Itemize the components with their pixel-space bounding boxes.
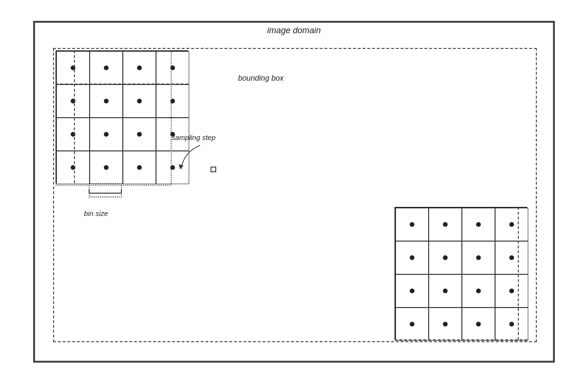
dot (104, 99, 109, 103)
dot (137, 132, 142, 137)
dot (104, 65, 109, 70)
sampling-step-label: sampling step (172, 133, 216, 141)
bin-size-label: bin size (84, 209, 108, 217)
dashed-vert-left (74, 50, 75, 183)
grid-cell (429, 208, 462, 241)
dot (104, 165, 109, 170)
grid-cell (90, 51, 123, 84)
dot (476, 255, 481, 260)
dot (476, 222, 481, 227)
diagram-container: image domain bounding box bin size sampl… (33, 21, 555, 363)
dot (137, 165, 142, 170)
dot (443, 289, 448, 293)
grid-cell (90, 84, 123, 118)
grid-cell (429, 308, 462, 341)
grid-cell (395, 241, 429, 274)
dot (410, 255, 414, 260)
dot (170, 65, 175, 70)
bin-size-dotted-box (89, 183, 122, 197)
grid-cell (495, 308, 528, 341)
grid-cell (462, 208, 495, 241)
grid-cell (462, 241, 495, 274)
grid-cell (395, 308, 429, 341)
grid-cell (123, 118, 156, 151)
grid-cell (56, 51, 90, 84)
grid-cell (156, 51, 189, 84)
grid-cell (495, 208, 528, 241)
dot (410, 289, 414, 293)
grid-cell (495, 241, 528, 274)
dot (137, 65, 142, 70)
bin-size-bracket (89, 193, 122, 194)
grid-cell (123, 151, 156, 184)
image-domain-label: image domain (267, 26, 321, 36)
dot (443, 222, 448, 227)
grid-cell (123, 51, 156, 84)
dot (476, 322, 481, 327)
dot (509, 322, 514, 327)
grid-cell (56, 84, 90, 118)
grid-cell (429, 241, 462, 274)
dot (170, 99, 175, 103)
dot (137, 99, 142, 103)
dot (443, 322, 448, 327)
dashed-horiz-bottom (395, 339, 527, 340)
grid-cell (156, 84, 189, 118)
grid-cell (429, 274, 462, 308)
bounding-box-label: bounding box (238, 74, 284, 83)
dot (509, 255, 514, 260)
right-grid (395, 207, 527, 340)
sampling-arrow (174, 143, 217, 174)
dot (509, 289, 514, 293)
grid-cell (56, 151, 90, 184)
left-grid (55, 50, 188, 183)
dot (410, 322, 414, 327)
dot (104, 132, 109, 137)
dot (476, 289, 481, 293)
grid-cell (395, 274, 429, 308)
dot (443, 255, 448, 260)
dashed-horiz-top (55, 84, 188, 84)
dashed-vert-right (518, 207, 519, 340)
grid-cell (462, 308, 495, 341)
grid-cell (395, 208, 429, 241)
grid-cell (90, 151, 123, 184)
dot (410, 222, 414, 227)
grid-cell (123, 84, 156, 118)
grid-cell (56, 118, 90, 151)
grid-cell (90, 118, 123, 151)
grid-cell (462, 274, 495, 308)
dot (509, 222, 514, 227)
grid-cell (495, 274, 528, 308)
